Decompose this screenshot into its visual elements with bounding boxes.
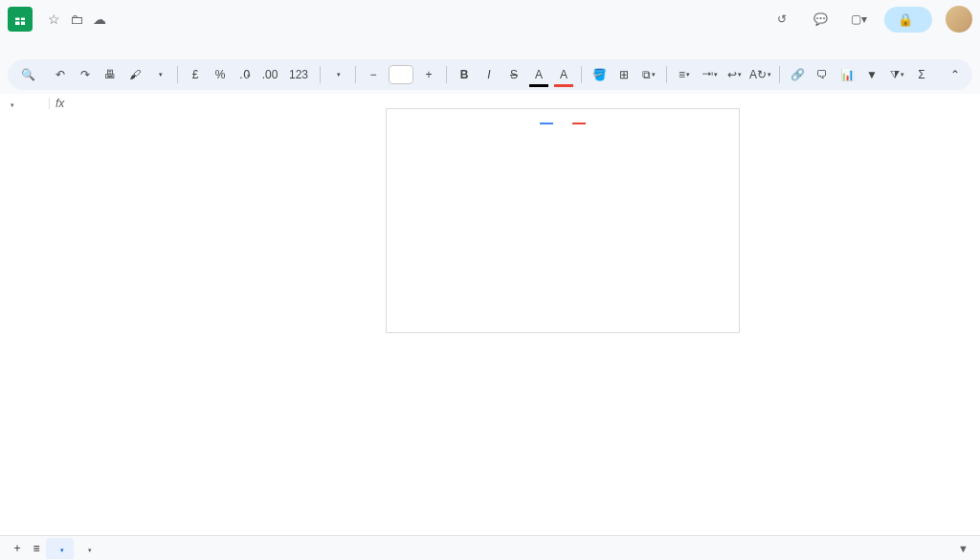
text-color-icon[interactable]: A — [529, 63, 548, 86]
collapse-toolbar-icon[interactable]: ⌃ — [946, 63, 965, 86]
insert-chart-icon[interactable]: 📊 — [837, 63, 857, 86]
search-icon: 🔍 — [21, 68, 35, 81]
lock-icon: 🔒 — [898, 12, 913, 27]
add-sheet-icon[interactable]: ＋ — [8, 537, 27, 560]
print-icon[interactable]: 🖶 — [100, 63, 120, 86]
cloud-icon[interactable]: ☁ — [93, 11, 106, 27]
sheet-tab-pivot[interactable] — [74, 538, 101, 559]
currency-icon[interactable]: £ — [186, 63, 205, 86]
menu-edit[interactable] — [54, 43, 65, 47]
menu-bar — [0, 34, 980, 56]
insert-comment-icon[interactable]: 🗨 — [813, 63, 832, 86]
more-formats-icon[interactable]: 123 — [285, 63, 312, 86]
share-button[interactable]: 🔒 — [884, 7, 932, 33]
history-icon[interactable]: ↺ — [769, 7, 794, 32]
h-align-icon[interactable]: ≡ — [675, 63, 694, 86]
fx-label: fx — [50, 97, 70, 110]
move-icon[interactable]: 🗀 — [70, 11, 83, 27]
name-box[interactable] — [0, 98, 50, 109]
strike-icon[interactable]: S — [504, 63, 523, 86]
percent-icon[interactable]: % — [211, 63, 230, 86]
menu-format[interactable] — [94, 43, 105, 47]
chart-legend — [398, 123, 731, 124]
filter-icon[interactable]: ▼ — [862, 63, 881, 86]
decrease-decimal-icon[interactable]: .0̵ — [235, 63, 255, 86]
embedded-chart[interactable] — [386, 108, 740, 333]
fill-color-icon[interactable]: A — [554, 63, 573, 86]
toolbar: 🔍 ↶ ↷ 🖶 🖌 £ % .0̵ .00 123 − + B I S A A … — [8, 59, 972, 90]
wrap-icon[interactable]: ↩ — [724, 63, 744, 86]
increase-decimal-icon[interactable]: .00 — [260, 63, 279, 86]
filter-funnel-icon: ▼ — [958, 543, 969, 554]
meet-icon[interactable]: ▢▾ — [846, 7, 871, 32]
functions-icon[interactable]: Σ — [912, 63, 931, 86]
merge-icon[interactable]: ⧉ — [639, 63, 658, 86]
link-icon[interactable]: 🔗 — [788, 63, 807, 86]
menu-extensions[interactable] — [134, 43, 145, 47]
star-icon[interactable]: ☆ — [48, 11, 60, 27]
filter-views-icon[interactable]: ⧩ — [887, 63, 906, 86]
paint-format-icon[interactable]: 🖌 — [125, 63, 145, 86]
sheets-logo[interactable] — [8, 7, 33, 32]
borders-icon[interactable]: ⊞ — [614, 63, 634, 86]
chevron-down-icon — [10, 98, 14, 109]
decrease-font-icon[interactable]: − — [364, 63, 383, 86]
fill-bucket-icon[interactable]: 🪣 — [590, 63, 609, 86]
menu-file[interactable] — [40, 43, 52, 47]
menu-data[interactable] — [107, 43, 119, 47]
sheet-tab-bar: ＋ ≡ ▼ — [0, 535, 980, 560]
title-icons: ☆ 🗀 ☁ — [48, 11, 106, 27]
menu-insert[interactable] — [80, 43, 92, 47]
font-select[interactable] — [328, 63, 347, 86]
search-menus[interactable]: 🔍 — [15, 66, 45, 83]
rotate-text-icon[interactable]: A↻ — [749, 63, 771, 86]
menu-help[interactable] — [147, 43, 159, 47]
menu-tools[interactable] — [121, 43, 132, 47]
zoom-select[interactable] — [150, 63, 169, 86]
title-bar: ☆ 🗀 ☁ ↺ 💬 ▢▾ 🔒 — [0, 0, 980, 34]
comments-icon[interactable]: 💬 — [808, 7, 833, 32]
undo-icon[interactable]: ↶ — [51, 63, 70, 86]
sheet-tab-active[interactable] — [46, 538, 74, 559]
svg-rect-4 — [20, 16, 22, 25]
v-align-icon[interactable]: ⭲ — [700, 63, 719, 86]
bold-icon[interactable]: B — [455, 63, 474, 86]
font-size-input[interactable] — [389, 65, 413, 84]
redo-icon[interactable]: ↷ — [76, 63, 95, 86]
italic-icon[interactable]: I — [479, 63, 499, 86]
account-avatar[interactable] — [946, 6, 972, 33]
increase-font-icon[interactable]: + — [419, 63, 438, 86]
all-sheets-icon[interactable]: ≡ — [27, 537, 46, 560]
menu-view[interactable] — [67, 43, 78, 47]
filter-status[interactable]: ▼ — [958, 543, 972, 554]
chart-plot-area — [398, 126, 731, 328]
